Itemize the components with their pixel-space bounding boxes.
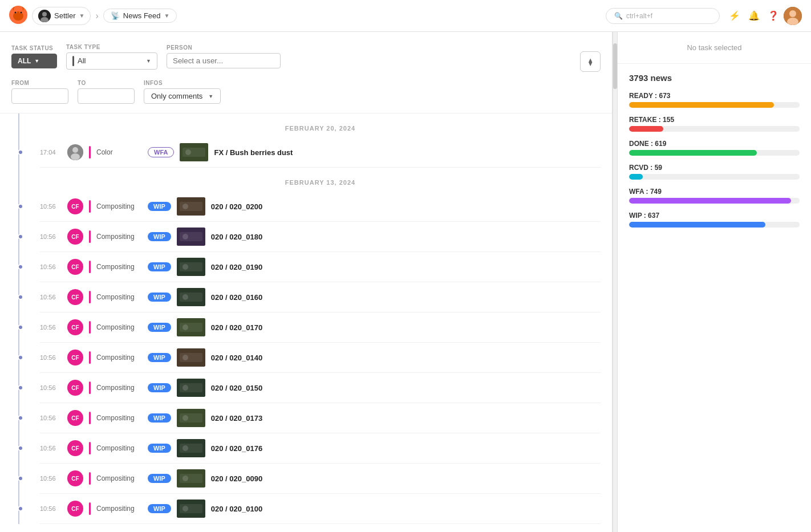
feed-shot-name[interactable]: 020 / 020_0176 (211, 444, 262, 453)
bolt-icon[interactable]: ⚡ (729, 10, 740, 21)
task-type-value: All (78, 56, 86, 65)
feed-item[interactable]: 10:56CFCompositingWIP020 / 020_0190 (40, 252, 601, 282)
infos-select[interactable]: Only comments ▼ (144, 88, 221, 104)
feed-item[interactable]: 10:56CFCompositingWIP020 / 020_0173 (40, 403, 601, 433)
feed-shot-name[interactable]: 020 / 020_0170 (211, 323, 262, 332)
feed-item[interactable]: 10:56CFCompositingWIP020 / 020_0090 (40, 464, 601, 494)
feed-shot-name[interactable]: 020 / 020_0200 (211, 202, 262, 211)
task-status-select[interactable]: ALL ▼ (11, 54, 57, 68)
feed-task-type: Compositing (96, 233, 142, 241)
task-type-bar (89, 291, 91, 303)
status-badge: WIP (148, 202, 171, 211)
stat-row: WFA : 749 (629, 188, 800, 204)
feed-item[interactable]: 10:56CFCompositingWIP020 / 020_0176 (40, 433, 601, 464)
feed-item[interactable]: 10:56CFCompositingWIP020 / 020_0160 (40, 282, 601, 312)
feed-shot-name[interactable]: 020 / 020_0150 (211, 384, 262, 392)
feed-thumbnail (177, 379, 205, 397)
task-status-filter: TASK STATUS ALL ▼ (11, 45, 57, 68)
help-icon[interactable]: ❓ (768, 10, 779, 21)
feed-shot-name[interactable]: 020 / 020_0100 (211, 505, 262, 513)
status-badge: WIP (148, 504, 171, 513)
feed-thumbnail (180, 143, 208, 161)
feed-item[interactable]: 10:56CFCompositingWIP020 / 020_0170 (40, 312, 601, 343)
feed-shot-name[interactable]: 020 / 020_0090 (211, 474, 262, 483)
status-badge: WIP (148, 444, 171, 453)
stat-label: READY : 673 (629, 92, 800, 100)
feed-shot-name[interactable]: FX / Bush berries dust (214, 148, 293, 157)
feed-shot-name[interactable]: 020 / 020_0140 (211, 354, 262, 362)
feed-thumbnail (177, 318, 205, 336)
svg-point-13 (72, 147, 78, 153)
task-status-chevron-icon: ▼ (34, 58, 39, 64)
svg-point-10 (789, 10, 796, 17)
bell-icon[interactable]: 🔔 (748, 10, 760, 21)
feed-time: 10:56 (40, 233, 62, 240)
person-input[interactable] (167, 53, 281, 68)
feed-shot-name[interactable]: 020 / 020_0190 (211, 263, 262, 271)
feed-item[interactable]: 17:04ColorWFAFX / Bush berries dust (40, 137, 601, 168)
stat-row: RETAKE : 155 (629, 116, 800, 132)
feed-task-type: Compositing (96, 414, 142, 422)
status-badge: WIP (148, 413, 171, 423)
feed-avatar: CF (67, 319, 83, 335)
task-type-bar (89, 442, 91, 454)
feed-avatar: CF (67, 440, 83, 456)
feed-time: 10:56 (40, 203, 62, 210)
to-filter: TO (78, 80, 135, 104)
stat-bar (629, 150, 757, 156)
feed-thumbnail (177, 348, 205, 367)
timeline-dot (18, 415, 23, 421)
feed-item[interactable]: 10:56CFCompositingWIP020 / 020_0180 (40, 222, 601, 252)
filter-toggle-button[interactable]: ⧫ (580, 51, 601, 72)
feed-selector[interactable]: 📡 News Feed ▼ (103, 9, 177, 23)
feed-item[interactable]: 10:56CFCompositingWIP020 / 020_0140 (40, 343, 601, 373)
stat-bar-container (629, 222, 800, 228)
svg-point-50 (183, 506, 188, 511)
feed-item[interactable]: 10:56CFCompositingWIP020 / 020_0150 (40, 373, 601, 403)
infos-label: INFOS (144, 80, 221, 86)
svg-point-14 (71, 153, 80, 160)
feed-shot-name[interactable]: 020 / 020_0173 (211, 414, 262, 423)
feed-thumbnail (177, 228, 205, 246)
feed-item[interactable]: 10:56CFCompositingWIP020 / 020_0100 (40, 494, 601, 524)
status-badge: WIP (148, 232, 171, 241)
project-selector[interactable]: Settler ▼ (32, 7, 91, 25)
feed-avatar: CF (67, 229, 83, 245)
feed-thumbnail (177, 288, 205, 306)
feed-avatar: CF (67, 198, 83, 214)
timeline-dot (18, 445, 23, 451)
person-label: PERSON (167, 44, 281, 51)
from-filter: FROM (11, 80, 68, 104)
feed-thumbnail (177, 197, 205, 216)
to-input[interactable] (78, 88, 135, 104)
stat-label: DONE : 619 (629, 140, 800, 148)
from-label: FROM (11, 80, 68, 86)
search-placeholder: ctrl+alt+f (626, 12, 652, 20)
task-type-color-bar (72, 56, 74, 66)
from-input[interactable] (11, 88, 68, 104)
svg-point-4 (15, 12, 17, 14)
scrollbar-track[interactable] (613, 32, 617, 532)
stat-label: WIP : 637 (629, 212, 800, 220)
person-filter: PERSON (167, 44, 281, 68)
timeline-dot (18, 234, 23, 239)
task-type-bar (89, 351, 91, 364)
svg-point-44 (183, 445, 188, 451)
task-type-select[interactable]: All ▼ (66, 52, 157, 70)
feed-shot-name[interactable]: 020 / 020_0160 (211, 293, 262, 302)
feed-thumbnail (177, 258, 205, 276)
feed-avatar: CF (67, 470, 83, 486)
feed-shot-name[interactable]: 020 / 020_0180 (211, 233, 262, 241)
stats-total: 3793 news (629, 73, 800, 83)
feed-time: 10:56 (40, 505, 62, 512)
user-avatar[interactable] (784, 7, 802, 25)
search-box[interactable]: 🔍 ctrl+alt+f (606, 8, 720, 24)
task-type-bar (89, 381, 91, 394)
feed-task-type: Compositing (96, 444, 142, 452)
feed-item[interactable]: 10:56CFCompositingWIP020 / 020_0200 (40, 192, 601, 222)
date-separator: FEBRUARY 20, 2024 (40, 113, 601, 137)
task-type-bar (89, 261, 91, 273)
scrollbar-thumb[interactable] (613, 43, 617, 89)
task-type-chevron-icon: ▼ (146, 58, 151, 64)
topbar-action-icons: ⚡ 🔔 ❓ (729, 10, 779, 21)
